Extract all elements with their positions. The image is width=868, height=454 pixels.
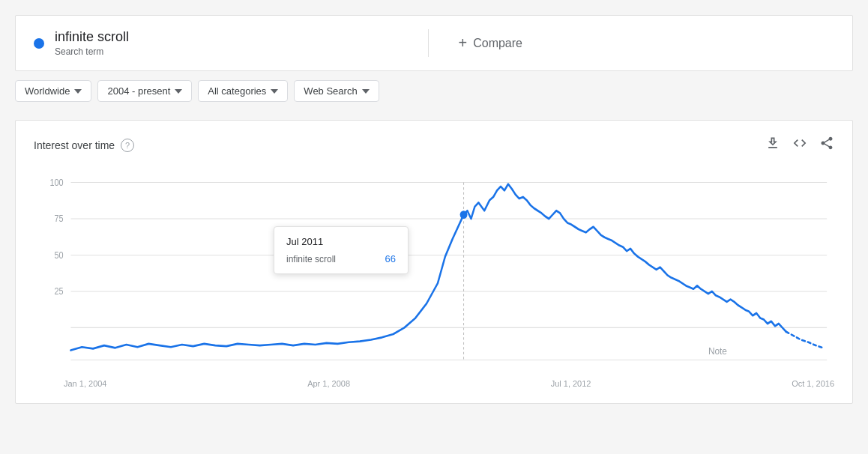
time-filter[interactable]: 2004 - present [97,80,192,102]
search-term-card: infinite scroll Search term + Compare [15,15,853,71]
search-term-label: Search term [55,46,103,57]
compare-plus-icon: + [459,34,468,52]
chart-card: Interest over time ? [15,120,853,404]
help-icon[interactable]: ? [121,139,134,152]
time-dropdown-icon [175,89,182,94]
download-icon[interactable] [765,136,780,154]
x-label-4: Oct 1, 2016 [792,379,834,388]
compare-section[interactable]: + Compare [429,34,835,52]
embed-icon[interactable] [792,136,807,154]
chart-title: Interest over time [34,139,115,151]
chart-svg: 100 75 50 25 Note [34,166,834,376]
blue-dot [34,38,44,49]
region-label: Worldwide [25,85,70,97]
x-axis-labels: Jan 1, 2004 Apr 1, 2008 Jul 1, 2012 Oct … [34,376,834,388]
search-term-name: infinite scroll [55,29,129,45]
svg-text:25: 25 [54,287,63,297]
page-wrapper: infinite scroll Search term + Compare Wo… [0,0,868,419]
svg-text:100: 100 [49,178,63,187]
region-dropdown-icon [74,89,82,94]
search-type-label: Web Search [304,85,357,97]
compare-label: Compare [473,37,522,50]
x-label-3: Jul 1, 2012 [551,379,591,388]
search-term-text: infinite scroll Search term [55,29,129,57]
x-label-2: Apr 1, 2008 [307,379,350,388]
svg-text:75: 75 [54,214,63,224]
svg-point-11 [460,211,468,219]
search-term-left: infinite scroll Search term [34,29,429,57]
category-dropdown-icon [271,89,278,94]
search-type-filter[interactable]: Web Search [294,80,379,102]
category-filter[interactable]: All categories [198,80,288,102]
chart-header: Interest over time ? [34,136,834,154]
chart-area: 100 75 50 25 Note [34,166,834,376]
chart-actions [765,136,834,154]
search-type-dropdown-icon [362,89,370,94]
svg-text:Note: Note [708,345,727,357]
svg-text:50: 50 [54,250,63,260]
chart-title-row: Interest over time ? [34,139,134,152]
share-icon[interactable] [819,136,834,154]
x-label-1: Jan 1, 2004 [64,379,107,388]
region-filter[interactable]: Worldwide [15,80,91,102]
filters-bar: Worldwide 2004 - present All categories … [15,71,853,111]
time-label: 2004 - present [107,85,170,97]
category-label: All categories [208,85,266,97]
